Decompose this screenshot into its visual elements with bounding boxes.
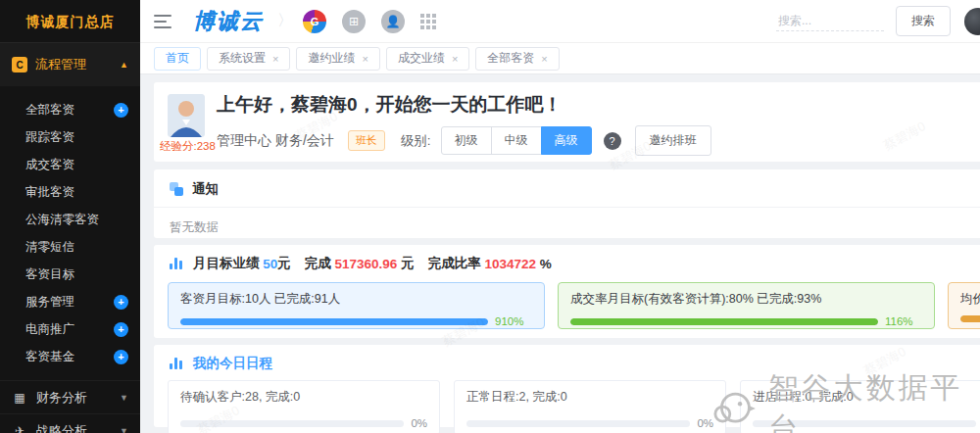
user-icon[interactable]: 👤 — [381, 10, 405, 33]
experience-score: 经验分:238 — [160, 139, 216, 154]
apps-grid-icon[interactable] — [420, 14, 436, 29]
invite-schedule-button[interactable]: 邀约排班 — [635, 125, 711, 156]
monthly-target-card: 月目标业绩 50 元 完成 517360.96 元 完成比率 1034722 %… — [154, 245, 980, 338]
close-icon[interactable]: × — [541, 53, 547, 65]
bar-chart-icon — [170, 358, 184, 369]
progress-text: 客资月目标:10人 已完成:91人 — [180, 291, 532, 308]
user-photo — [168, 94, 205, 137]
search-button[interactable]: 搜索 — [896, 6, 951, 36]
tab-bar: 首页 系统设置 × 邀约业绩 × 成交业绩 × 全部客资 × — [140, 43, 980, 74]
chevron-down-icon: ▼ — [120, 426, 128, 433]
brand-logo[interactable]: 博诚云 — [193, 7, 264, 36]
sidebar-item-public-cleared-leads[interactable]: 公海清零客资 — [0, 206, 140, 233]
level-middle-button[interactable]: 中级 — [491, 126, 542, 155]
sidebar-item-service-management[interactable]: 服务管理 + — [0, 288, 140, 315]
chevron-up-icon: ▲ — [120, 60, 128, 70]
pending-customers-card: 待确认客户:28, 完成:0 0% — [168, 380, 440, 433]
close-icon[interactable]: × — [272, 53, 278, 65]
close-icon[interactable]: × — [362, 53, 368, 65]
sidebar-item-lead-fund[interactable]: 客资基金 + — [0, 343, 140, 370]
progress-percent: 910% — [495, 315, 532, 327]
company-round-logo[interactable]: G — [303, 10, 326, 33]
collapse-sidebar-icon[interactable] — [154, 15, 172, 28]
sidebar-item-label: 成交客资 — [25, 157, 74, 173]
progress-bar — [466, 420, 690, 427]
done-unit: 元 — [401, 255, 415, 272]
sidebar-item-all-leads[interactable]: 全部客资 + — [0, 96, 140, 123]
sidebar-item-finance-analysis[interactable]: ▦ 财务分析 ▼ — [0, 380, 140, 413]
level-button-group: 初级 中级 高级 — [441, 126, 592, 155]
schedule-text: 待确认客户:28, 完成:0 — [180, 389, 427, 406]
level-senior-button[interactable]: 高级 — [541, 126, 592, 155]
progress-bar — [960, 315, 980, 322]
today-title: 我的今日日程 — [193, 355, 272, 372]
target-label: 月目标业绩 — [193, 255, 260, 272]
sidebar-item-ecommerce-promo[interactable]: 电商推广 + — [0, 315, 140, 343]
progress-percent: 116% — [885, 315, 922, 327]
sidebar-item-label: 客资目标 — [25, 266, 74, 283]
sidebar-section-label: 流程管理 — [35, 56, 86, 73]
normal-schedule-card: 正常日程:2, 完成:0 0% — [454, 380, 726, 433]
progress-text: 均价 — [960, 291, 980, 308]
target-unit: 元 — [277, 255, 291, 272]
sidebar-item-deal-leads[interactable]: 成交客资 — [0, 151, 140, 178]
ratio-label: 完成比率 — [428, 255, 481, 272]
store-visit-schedule-card: 进店日程:0, 完成:0 0% — [740, 380, 980, 433]
sidebar-item-label: 电商推广 — [25, 321, 74, 338]
sidebar-section-process-management[interactable]: C 流程管理 ▲ — [0, 43, 140, 86]
qr-code-icon[interactable]: ⊞ — [342, 10, 366, 33]
role-badge: 班长 — [348, 130, 385, 151]
store-title: 博诚厦门总店 — [0, 0, 140, 43]
target-value: 50 — [263, 257, 277, 271]
tab-all-leads[interactable]: 全部客资 × — [475, 47, 559, 71]
chevron-down-icon: ▼ — [120, 393, 128, 403]
deal-rate-progress-card: 成交率月目标(有效客资计算):80% 已完成:93% 116% — [558, 282, 935, 329]
sidebar-item-clear-sms[interactable]: 清零短信 — [0, 233, 140, 261]
chart-image-icon: ▦ — [12, 391, 27, 405]
sidebar-item-track-leads[interactable]: 跟踪客资 — [0, 123, 140, 151]
add-icon[interactable]: + — [114, 103, 128, 118]
tab-label: 邀约业绩 — [308, 50, 355, 67]
help-icon[interactable]: ? — [604, 132, 621, 150]
tab-label: 首页 — [166, 50, 189, 67]
main-content: 经验分:238 上午好，蔡碧海0，开始您一天的工作吧！ 管理中心 财务/会计 班… — [140, 74, 980, 433]
sidebar-item-label: 服务管理 — [25, 294, 74, 311]
close-icon[interactable]: × — [452, 53, 458, 65]
add-icon[interactable]: + — [114, 350, 128, 364]
search-input[interactable] — [776, 11, 884, 31]
notice-card: 通知 暂无数据 — [154, 169, 980, 238]
add-icon[interactable]: + — [114, 322, 128, 337]
bar-chart-icon — [170, 258, 184, 269]
sidebar-item-label: 客资基金 — [25, 349, 74, 365]
tab-label: 系统设置 — [219, 50, 266, 67]
sidebar-item-approve-leads[interactable]: 审批客资 — [0, 178, 140, 206]
ratio-value: 1034722 — [484, 257, 536, 271]
tab-system-settings[interactable]: 系统设置 × — [207, 47, 290, 71]
progress-bar — [180, 420, 404, 427]
process-management-icon: C — [12, 57, 27, 72]
notice-empty-text: 暂无数据 — [154, 208, 980, 248]
tab-label: 成交业绩 — [398, 50, 445, 67]
sidebar-item-lead-target[interactable]: 客资目标 — [0, 261, 140, 288]
sidebar: 博诚厦门总店 C 流程管理 ▲ 全部客资 + 跟踪客资 成交客资 审批客资 公海… — [0, 0, 140, 433]
schedule-text: 进店日程:0, 完成:0 — [753, 389, 980, 406]
progress-bar — [570, 318, 878, 325]
sidebar-item-label: 全部客资 — [25, 102, 74, 119]
avatar[interactable] — [964, 8, 980, 35]
progress-bar — [180, 318, 488, 325]
topbar: 博诚云 〉 G ⊞ 👤 搜索 — [140, 0, 980, 43]
progress-percent: 0% — [697, 417, 713, 429]
tab-deal-performance[interactable]: 成交业绩 × — [386, 47, 469, 71]
sidebar-item-label: 跟踪客资 — [25, 129, 74, 146]
ratio-unit: % — [540, 257, 552, 271]
tab-invite-performance[interactable]: 邀约业绩 × — [296, 47, 379, 71]
level-junior-button[interactable]: 初级 — [441, 126, 492, 155]
airplane-icon: ✈ — [12, 424, 27, 433]
today-schedule-card: 我的今日日程 待确认客户:28, 完成:0 0% 正常日程:2, 完成:0 0%… — [154, 345, 980, 427]
user-role: 管理中心 财务/会计 — [217, 132, 334, 150]
sidebar-item-label: 清零短信 — [25, 239, 74, 256]
tab-home[interactable]: 首页 — [154, 47, 201, 71]
add-icon[interactable]: + — [114, 295, 128, 310]
notice-title: 通知 — [192, 180, 219, 198]
sidebar-item-strategy-analysis[interactable]: ✈ 战略分析 ▼ — [0, 413, 140, 433]
